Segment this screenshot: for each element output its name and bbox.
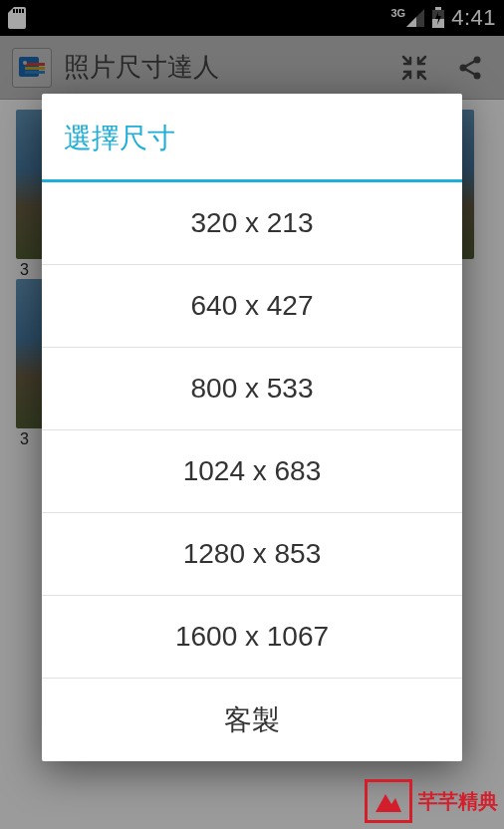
dialog-title: 選擇尺寸 [42, 94, 462, 182]
watermark: 芊芊精典 [365, 779, 498, 823]
size-option-320x213[interactable]: 320 x 213 [42, 182, 462, 265]
screen: 3G 4:41 照 [0, 0, 504, 829]
size-option-1600x1067[interactable]: 1600 x 1067 [42, 596, 462, 679]
size-dialog: 選擇尺寸 320 x 213 640 x 427 800 x 533 1024 … [42, 94, 462, 761]
size-option-label: 640 x 427 [191, 290, 314, 322]
size-option-1280x853[interactable]: 1280 x 853 [42, 513, 462, 596]
size-option-label: 320 x 213 [191, 207, 314, 239]
size-option-label: 1024 x 683 [183, 455, 322, 487]
size-option-label: 客製 [224, 701, 280, 739]
dialog-list: 320 x 213 640 x 427 800 x 533 1024 x 683… [42, 182, 462, 761]
size-option-custom[interactable]: 客製 [42, 679, 462, 761]
size-option-label: 1600 x 1067 [175, 621, 329, 653]
size-option-640x427[interactable]: 640 x 427 [42, 265, 462, 348]
watermark-logo-icon [365, 779, 412, 823]
watermark-text: 芊芊精典 [418, 788, 498, 815]
size-option-800x533[interactable]: 800 x 533 [42, 348, 462, 430]
size-option-label: 800 x 533 [191, 373, 314, 405]
size-option-1024x683[interactable]: 1024 x 683 [42, 430, 462, 513]
size-option-label: 1280 x 853 [183, 538, 322, 570]
